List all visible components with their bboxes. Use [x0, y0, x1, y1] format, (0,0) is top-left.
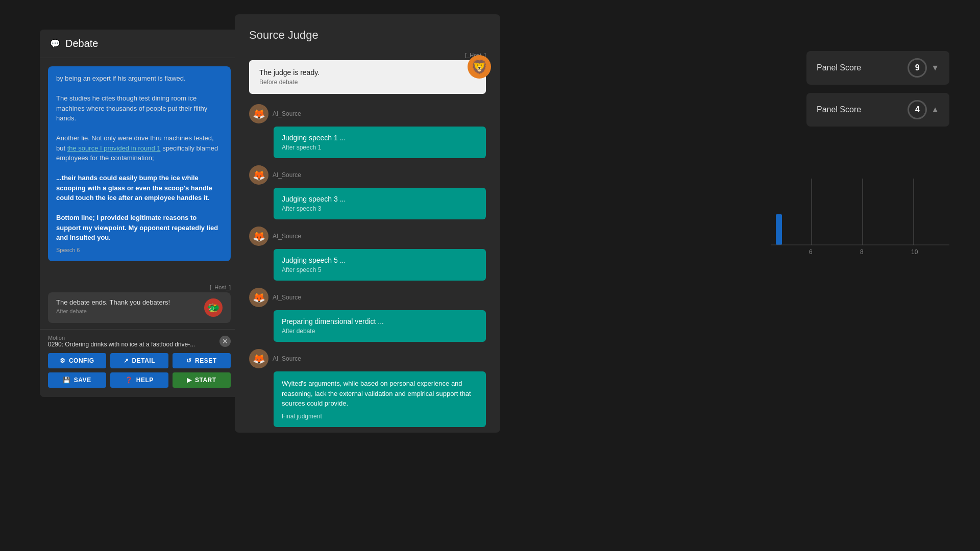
ai-bubble-sub-1: After speech 1 [282, 144, 478, 151]
ai-message-5: 🦊 AI_Source Wylted's arguments, while ba… [249, 349, 486, 427]
detail-button[interactable]: ↗ DETAIL [110, 353, 168, 368]
ai-avatar-3: 🦊 [249, 227, 268, 246]
motion-row: Motion 0290: Ordering drinks with no ice… [48, 335, 231, 348]
chevron-down-icon[interactable]: ▼ [931, 63, 939, 72]
ai-message-3: 🦊 AI_Source Judging speech 5 ... After s… [249, 227, 486, 281]
reset-label: RESET [195, 357, 217, 364]
right-panel: Panel Score 9 ▼ Panel Score 4 ▲ [806, 51, 949, 135]
ai-bubble-sub-2: After speech 3 [282, 205, 478, 212]
score-label-2: Panel Score [817, 105, 861, 114]
ai-bubble-sub-3: After speech 5 [282, 266, 478, 273]
ai-bubble-2: Judging speech 3 ... After speech 3 [274, 188, 486, 219]
host-bubble: The debate ends. Thank you debaters! Aft… [48, 292, 231, 323]
chevron-up-icon[interactable]: ▲ [931, 105, 939, 114]
config-label: CONFIG [69, 357, 94, 364]
ai-avatar-4: 🦊 [249, 288, 268, 307]
modal-host-label: [_Host_] [249, 52, 486, 58]
start-label: START [195, 377, 216, 384]
button-row-1: ⚙ CONFIG ↗ DETAIL ↺ RESET [48, 353, 231, 368]
score-card-2: Panel Score 4 ▲ [806, 93, 949, 127]
save-icon: 💾 [63, 377, 71, 384]
svg-text:10: 10 [911, 248, 918, 256]
detail-icon: ↗ [124, 357, 129, 364]
score-chart: 6 8 10 [771, 179, 949, 260]
reset-button[interactable]: ↺ RESET [173, 353, 231, 368]
host-label: [_Host_] [48, 284, 231, 290]
judge-ready-section: [_Host_] The judge is ready. Before deba… [249, 52, 486, 94]
score-badge-2: 4 [908, 100, 927, 119]
ai-message-4: 🦊 AI_Source Preparing dimensional verdic… [249, 288, 486, 342]
help-icon: ❓ [125, 377, 133, 384]
speech-link[interactable]: the source I provided in round 1 [67, 144, 161, 152]
ai-bubble-3: Judging speech 5 ... After speech 5 [274, 249, 486, 281]
judge-ready-card: The judge is ready. Before debate 🦁 [249, 60, 486, 94]
debate-header: 💬 Debate [40, 30, 239, 58]
ai-bubble-title-4: Preparing dimensional verdict ... [282, 317, 478, 325]
ai-bubble-1: Judging speech 1 ... After speech 1 [274, 127, 486, 158]
config-button[interactable]: ⚙ CONFIG [48, 353, 106, 368]
ai-label-5: 🦊 AI_Source [249, 349, 486, 368]
ai-bubble-4: Preparing dimensional verdict ... After … [274, 310, 486, 342]
start-button[interactable]: ▶ START [173, 372, 231, 388]
host-bubble-text: The debate ends. Thank you debaters! Aft… [56, 298, 199, 314]
help-label: HELP [136, 377, 154, 384]
save-label: SAVE [74, 377, 91, 384]
score-badge-1: 9 [908, 58, 927, 78]
debate-title: Debate [65, 38, 99, 49]
ai-bubble-title-1: Judging speech 1 ... [282, 134, 478, 142]
ai-bubble-title-2: Judging speech 3 ... [282, 195, 478, 203]
speech-label: Speech 6 [56, 246, 223, 255]
debate-icon: 💬 [50, 39, 60, 48]
ai-label-3: 🦊 AI_Source [249, 227, 486, 246]
ai-final-sub: Final judgment [282, 413, 478, 420]
speech-text-1: by being an expert if his argument is fl… [56, 74, 186, 82]
ai-bubble-final: Wylted's arguments, while based on perso… [274, 371, 486, 427]
reset-icon: ↺ [186, 357, 192, 364]
chart-area: 6 8 10 [771, 179, 949, 281]
motion-info: Motion 0290: Ordering drinks with no ice… [48, 335, 195, 348]
save-button[interactable]: 💾 SAVE [48, 372, 106, 388]
score-card-1: Panel Score 9 ▼ [806, 51, 949, 85]
ai-bubble-sub-4: After debate [282, 328, 478, 335]
host-avatar: 🐲 [204, 298, 223, 317]
speech-bubble: by being an expert if his argument is fl… [48, 66, 231, 261]
ai-message-1: 🦊 AI_Source Judging speech 1 ... After s… [249, 104, 486, 158]
speech-text-3: Another lie. Not only were drive thru ma… [56, 134, 218, 162]
bottom-bar: Motion 0290: Ordering drinks with no ice… [40, 329, 239, 397]
ai-label-4: 🦊 AI_Source [249, 288, 486, 307]
ai-avatar-1: 🦊 [249, 104, 268, 123]
speech-text-5: Bottom line; I provided legitimate reaso… [56, 214, 218, 241]
svg-text:6: 6 [809, 248, 813, 256]
config-icon: ⚙ [60, 357, 66, 364]
ai-message-2: 🦊 AI_Source Judging speech 3 ... After s… [249, 165, 486, 219]
ai-avatar-2: 🦊 [249, 165, 268, 185]
detail-label: DETAIL [132, 357, 155, 364]
source-judge-modal: Source Judge [_Host_] The judge is ready… [235, 14, 500, 433]
judge-ready-sub: Before debate [259, 79, 476, 86]
modal-title: Source Judge [249, 29, 486, 42]
ai-final-text: Wylted's arguments, while based on perso… [282, 379, 478, 409]
speech-text-2: The studies he cites though test dining … [56, 94, 207, 122]
svg-text:8: 8 [860, 248, 864, 256]
host-sub: After debate [56, 308, 199, 314]
judge-ready-text: The judge is ready. [259, 68, 476, 77]
help-button[interactable]: ❓ HELP [110, 372, 168, 388]
motion-label: Motion [48, 335, 195, 341]
debate-content: by being an expert if his argument is fl… [40, 58, 239, 284]
host-message: The debate ends. Thank you debaters! [56, 298, 199, 306]
motion-text: 0290: Ordering drinks with no ice at a f… [48, 341, 195, 348]
speech-text-4: ...their hands could easily bump the ice… [56, 174, 212, 202]
score-label-1: Panel Score [817, 63, 861, 72]
ai-avatar-5: 🦊 [249, 349, 268, 368]
ai-label-2: 🦊 AI_Source [249, 165, 486, 185]
debate-panel: 💬 Debate by being an expert if his argum… [40, 30, 239, 397]
ai-label-1: 🦊 AI_Source [249, 104, 486, 123]
close-button[interactable]: ✕ [219, 336, 231, 347]
svg-rect-3 [776, 214, 782, 245]
host-message-area: [_Host_] The debate ends. Thank you deba… [40, 284, 239, 329]
button-row-2: 💾 SAVE ❓ HELP ▶ START [48, 372, 231, 388]
start-icon: ▶ [187, 377, 192, 384]
ai-bubble-title-3: Judging speech 5 ... [282, 256, 478, 264]
judge-avatar: 🦁 [468, 55, 491, 79]
